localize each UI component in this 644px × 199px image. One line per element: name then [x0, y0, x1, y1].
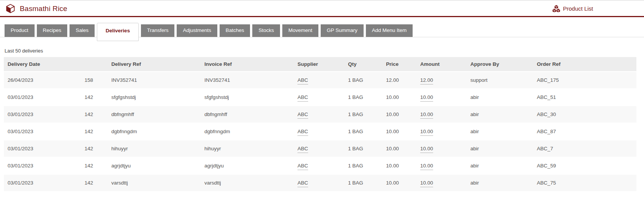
table-row: 03/01/2023142dbfngmhffdbfngmhffABC1 BAG1…: [4, 106, 636, 123]
cubes-icon: [551, 5, 560, 13]
col-amount: Amount: [416, 57, 467, 72]
amount-value[interactable]: 10.00: [420, 94, 433, 102]
cell-delivery_ref: sfgfgshstdj: [108, 89, 201, 106]
cell-date: 03/01/2023: [4, 123, 57, 140]
cell-price: 10.00: [382, 157, 416, 174]
cell-date: 26/04/2023: [4, 72, 57, 89]
header-divider: [0, 16, 644, 17]
cell-date: 03/01/2023: [4, 106, 57, 123]
cell-invoice_ref: dbfngmhff: [201, 106, 294, 123]
cell-supplier: ABC: [294, 174, 344, 191]
tab-bar: ProductRecipesSalesDeliveriesTransfersAd…: [0, 23, 644, 41]
tab-gp-summary[interactable]: GP Summary: [321, 24, 364, 37]
cell-num: 142: [57, 89, 108, 106]
cell-date: 03/01/2023: [4, 89, 57, 106]
col-qty: Qty: [344, 57, 382, 72]
tab-movement[interactable]: Movement: [282, 24, 318, 37]
cell-invoice_ref: varsdttj: [201, 174, 294, 191]
cell-num: 142: [57, 174, 108, 191]
cell-delivery_ref: INV352741: [108, 72, 201, 89]
cell-order_ref: ABC_175: [533, 72, 636, 89]
tab-batches[interactable]: Batches: [220, 24, 250, 37]
cell-price: 10.00: [382, 174, 416, 191]
cell-supplier: ABC: [294, 157, 344, 174]
amount-value[interactable]: 10.00: [420, 146, 433, 153]
table-row: 03/01/2023142hihuyyrhihuyyrABC1 BAG10.00…: [4, 140, 636, 157]
supplier-link[interactable]: ABC: [297, 146, 308, 153]
product-list-link[interactable]: Product List: [551, 5, 593, 13]
cell-qty: 1 BAG: [344, 89, 382, 106]
cell-price: 10.00: [382, 89, 416, 106]
cell-qty: 1 BAG: [344, 123, 382, 140]
supplier-link[interactable]: ABC: [297, 111, 308, 119]
supplier-link[interactable]: ABC: [297, 163, 308, 170]
cell-supplier: ABC: [294, 89, 344, 106]
product-brand: Basmathi Rice: [5, 3, 67, 14]
amount-value[interactable]: 10.00: [420, 163, 433, 170]
cell-num: 142: [57, 140, 108, 157]
cell-num: 142: [57, 123, 108, 140]
cell-order_ref: ABC_30: [533, 106, 636, 123]
amount-value[interactable]: 10.00: [420, 129, 433, 136]
cell-amount: 10.00: [416, 157, 467, 174]
cell-price: 10.00: [382, 140, 416, 157]
table-header: Delivery Date Delivery Ref Invoice Ref S…: [4, 57, 636, 72]
col-price: Price: [382, 57, 416, 72]
cell-amount: 12.00: [416, 72, 467, 89]
cell-invoice_ref: hihuyyr: [201, 140, 294, 157]
cell-price: 12.00: [382, 72, 416, 89]
col-delivery-number: [57, 57, 108, 72]
deliveries-table: Delivery Date Delivery Ref Invoice Ref S…: [4, 57, 636, 192]
tab-add-menu-item[interactable]: Add Menu Item: [366, 24, 413, 37]
cell-num: 142: [57, 106, 108, 123]
amount-value[interactable]: 12.00: [420, 77, 433, 84]
supplier-link[interactable]: ABC: [297, 180, 308, 187]
tab-recipes[interactable]: Recipes: [37, 24, 68, 37]
product-list-label: Product List: [563, 5, 593, 12]
tab-sales[interactable]: Sales: [70, 24, 95, 37]
cell-num: 158: [57, 72, 108, 89]
supplier-link[interactable]: ABC: [297, 77, 308, 84]
top-bar: Basmathi Rice Product List: [0, 1, 644, 16]
col-order-ref: Order Ref: [533, 57, 636, 72]
cell-amount: 10.00: [416, 89, 467, 106]
table-caption: Last 50 deliveries: [5, 48, 644, 54]
tab-deliveries[interactable]: Deliveries: [97, 23, 139, 41]
cell-date: 03/01/2023: [4, 174, 57, 191]
cell-supplier: ABC: [294, 72, 344, 89]
col-invoice-ref: Invoice Ref: [201, 57, 294, 72]
cell-approve_by: abir: [467, 106, 533, 123]
col-delivery-ref: Delivery Ref: [108, 57, 201, 72]
table-row: 03/01/2023142agrjdtjyuagrjdtjyuABC1 BAG1…: [4, 157, 636, 174]
cell-order_ref: ABC_7: [533, 140, 636, 157]
amount-value[interactable]: 10.00: [420, 111, 433, 119]
tab-adjustments[interactable]: Adjustments: [177, 24, 217, 37]
col-supplier: Supplier: [294, 57, 344, 72]
cell-qty: 1 BAG: [344, 157, 382, 174]
cell-amount: 10.00: [416, 174, 467, 191]
tab-product[interactable]: Product: [5, 24, 35, 37]
cell-delivery_ref: dbfngmhff: [108, 106, 201, 123]
tab-transfers[interactable]: Transfers: [141, 24, 175, 37]
tab-stocks[interactable]: Stocks: [252, 24, 280, 37]
cell-approve_by: abir: [467, 123, 533, 140]
cell-price: 10.00: [382, 106, 416, 123]
cell-date: 03/01/2023: [4, 157, 57, 174]
cell-supplier: ABC: [294, 140, 344, 157]
cell-supplier: ABC: [294, 123, 344, 140]
cell-invoice_ref: agrjdtjyu: [201, 157, 294, 174]
cell-qty: 1 BAG: [344, 72, 382, 89]
table-row: 03/01/2023142varsdttjvarsdttjABC1 BAG10.…: [4, 174, 636, 191]
cell-invoice_ref: INV352741: [201, 72, 294, 89]
cell-delivery_ref: hihuyyr: [108, 140, 201, 157]
page-title: Basmathi Rice: [20, 5, 67, 13]
amount-value[interactable]: 10.00: [420, 180, 433, 187]
cell-approve_by: abir: [467, 140, 533, 157]
supplier-link[interactable]: ABC: [297, 94, 308, 102]
cell-approve_by: abir: [467, 174, 533, 191]
cell-qty: 1 BAG: [344, 140, 382, 157]
cell-delivery_ref: varsdttj: [108, 174, 201, 191]
cell-order_ref: ABC_59: [533, 157, 636, 174]
supplier-link[interactable]: ABC: [297, 129, 308, 136]
col-delivery-date: Delivery Date: [4, 57, 57, 72]
